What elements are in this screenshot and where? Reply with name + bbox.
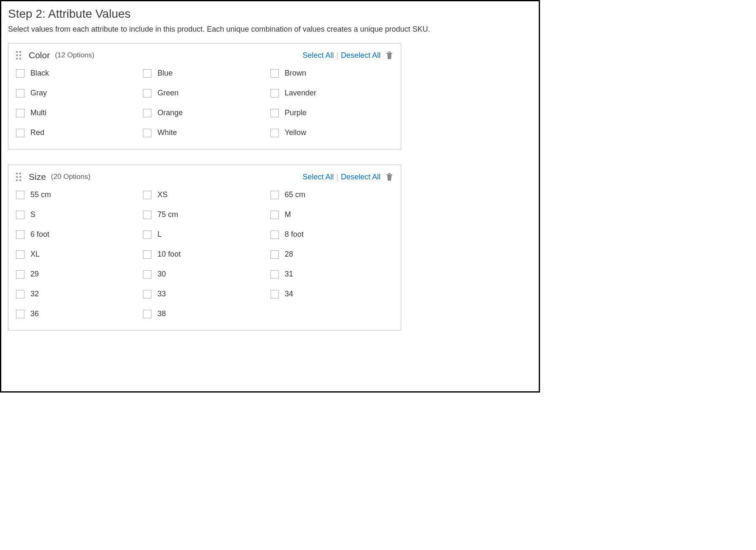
step-title: Step 2: Attribute Values: [8, 7, 532, 21]
svg-rect-14: [386, 174, 392, 175]
option-item: XS: [143, 190, 266, 199]
svg-rect-2: [16, 54, 18, 56]
option-label: L: [157, 230, 162, 239]
options-grid: 55 cm XS 65 cm S 75 cm M 6 foot: [16, 190, 393, 318]
option-label: 75 cm: [157, 210, 178, 219]
option-checkbox[interactable]: [143, 290, 151, 298]
option-item: 34: [270, 290, 393, 298]
action-separator: |: [336, 51, 338, 60]
option-checkbox[interactable]: [270, 230, 279, 239]
option-label: 55 cm: [30, 190, 51, 199]
option-label: 10 foot: [157, 250, 181, 259]
option-checkbox[interactable]: [270, 69, 279, 78]
trash-icon[interactable]: [386, 51, 393, 60]
svg-rect-11: [19, 176, 21, 178]
option-checkbox[interactable]: [16, 290, 24, 298]
attribute-panel-header: Color (12 Options) Select All | Deselect…: [16, 50, 393, 60]
option-checkbox[interactable]: [16, 310, 24, 318]
step-description: Select values from each attribute to inc…: [8, 25, 532, 34]
option-checkbox[interactable]: [270, 109, 279, 117]
option-checkbox[interactable]: [270, 250, 279, 259]
deselect-all-button[interactable]: Deselect All: [341, 51, 381, 60]
option-checkbox[interactable]: [143, 250, 151, 259]
option-checkbox[interactable]: [143, 89, 151, 98]
option-checkbox[interactable]: [143, 211, 151, 219]
option-item: 65 cm: [270, 190, 393, 199]
option-item: Black: [16, 69, 139, 78]
option-checkbox[interactable]: [143, 230, 151, 239]
option-checkbox[interactable]: [143, 109, 151, 117]
option-checkbox[interactable]: [143, 69, 151, 78]
option-label: 36: [30, 309, 39, 318]
svg-rect-15: [388, 173, 391, 174]
svg-rect-1: [19, 51, 21, 53]
option-label: S: [30, 210, 35, 219]
option-checkbox[interactable]: [16, 89, 24, 98]
option-item: 10 foot: [143, 250, 266, 259]
deselect-all-button[interactable]: Deselect All: [341, 173, 381, 182]
option-checkbox[interactable]: [270, 290, 279, 298]
option-item: S: [16, 210, 139, 219]
select-all-button[interactable]: Select All: [302, 51, 334, 60]
option-item: Lavender: [270, 89, 393, 98]
option-item: M: [270, 210, 393, 219]
option-item: 55 cm: [16, 190, 139, 199]
step-frame: Step 2: Attribute Values Select values f…: [0, 0, 540, 393]
svg-rect-12: [16, 179, 18, 181]
option-item: 8 foot: [270, 230, 393, 239]
option-label: M: [285, 210, 291, 219]
attribute-actions: Select All | Deselect All: [302, 173, 393, 182]
drag-handle-icon[interactable]: [16, 173, 23, 181]
svg-rect-6: [386, 53, 392, 54]
option-item: 29: [16, 270, 139, 279]
option-label: Green: [157, 89, 178, 98]
option-checkbox[interactable]: [16, 250, 24, 259]
option-label: Black: [30, 69, 49, 78]
attribute-option-count: (12 Options): [55, 51, 94, 60]
option-item: 38: [143, 309, 266, 318]
attribute-panel: Color (12 Options) Select All | Deselect…: [8, 43, 401, 149]
option-item: XL: [16, 250, 139, 259]
attribute-name: Size: [29, 172, 46, 182]
option-label: 33: [157, 290, 166, 298]
option-checkbox[interactable]: [270, 270, 279, 279]
svg-rect-9: [19, 173, 21, 174]
option-item: Green: [143, 89, 266, 98]
option-item: 28: [270, 250, 393, 259]
option-label: Orange: [157, 108, 183, 117]
option-label: 34: [285, 290, 293, 298]
option-label: XL: [30, 250, 40, 259]
option-checkbox[interactable]: [270, 211, 279, 219]
option-item: Multi: [16, 108, 139, 117]
option-item: L: [143, 230, 266, 239]
option-label: Red: [30, 128, 44, 137]
option-checkbox[interactable]: [270, 191, 279, 199]
option-checkbox[interactable]: [16, 230, 24, 239]
option-checkbox[interactable]: [16, 109, 24, 117]
option-checkbox[interactable]: [143, 191, 151, 199]
attribute-actions: Select All | Deselect All: [302, 51, 393, 60]
option-item: 33: [143, 290, 266, 298]
option-checkbox[interactable]: [16, 270, 24, 279]
trash-icon[interactable]: [386, 173, 393, 181]
svg-rect-0: [16, 51, 18, 53]
option-checkbox[interactable]: [143, 310, 151, 318]
option-item: Orange: [143, 108, 266, 117]
option-checkbox[interactable]: [270, 129, 279, 137]
option-label: Multi: [30, 108, 46, 117]
option-checkbox[interactable]: [16, 211, 24, 219]
option-checkbox[interactable]: [143, 129, 151, 137]
drag-handle-icon[interactable]: [16, 51, 23, 60]
option-checkbox[interactable]: [16, 129, 24, 137]
option-checkbox[interactable]: [16, 69, 24, 78]
option-label: 8 foot: [285, 230, 304, 239]
option-checkbox[interactable]: [270, 89, 279, 98]
option-checkbox[interactable]: [16, 191, 24, 199]
svg-rect-5: [19, 58, 21, 60]
option-item: 75 cm: [143, 210, 266, 219]
options-grid: Black Blue Brown Gray Green Lavender Mul…: [16, 69, 393, 137]
select-all-button[interactable]: Select All: [302, 173, 334, 182]
option-label: 38: [157, 309, 166, 318]
option-checkbox[interactable]: [143, 270, 151, 279]
option-label: White: [157, 128, 177, 137]
